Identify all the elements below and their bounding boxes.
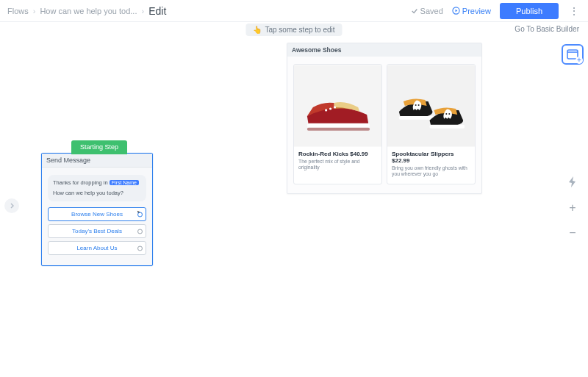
bubble-text-prefix: Thanks for dropping in bbox=[53, 179, 110, 186]
product-title: Rockin-Red Kicks $40.99 bbox=[298, 151, 377, 157]
top-bar: Flows › How can we help you tod... › Edi… bbox=[0, 0, 588, 22]
svg-point-8 bbox=[334, 106, 336, 108]
preview-button[interactable]: Preview bbox=[452, 7, 491, 15]
product-carousel-node[interactable]: Awesome Shoes bbox=[287, 43, 482, 194]
breadcrumb-root[interactable]: Flows bbox=[7, 7, 29, 15]
zoom-in-button[interactable]: + bbox=[569, 201, 576, 215]
ghost-slipper-icon bbox=[387, 65, 475, 147]
zoom-out-button[interactable]: − bbox=[569, 226, 576, 240]
svg-point-15 bbox=[448, 113, 450, 115]
add-step-button[interactable]: + bbox=[562, 44, 584, 65]
svg-rect-9 bbox=[387, 65, 475, 146]
connector-dot-icon[interactable] bbox=[137, 229, 143, 234]
chevron-right-icon: › bbox=[141, 7, 144, 15]
breadcrumb: Flows › How can we help you tod... › Edi… bbox=[7, 5, 166, 17]
svg-point-11 bbox=[415, 104, 417, 106]
preview-icon bbox=[452, 7, 460, 15]
chevron-right-icon: › bbox=[33, 7, 36, 15]
option-learn-about-us[interactable]: Learn About Us bbox=[48, 241, 146, 255]
node-header: Send Message bbox=[42, 154, 152, 168]
product-meta: Spooktacular Slippers $22.99 Bring you o… bbox=[387, 147, 475, 184]
svg-rect-10 bbox=[399, 116, 434, 120]
svg-rect-13 bbox=[430, 125, 465, 129]
pointing-hand-icon: 👆 bbox=[253, 26, 262, 34]
saved-status: Saved bbox=[411, 7, 443, 15]
hint-text: Tap some step to edit bbox=[265, 26, 334, 34]
saved-label: Saved bbox=[420, 7, 443, 15]
product-node-header: Awesome Shoes bbox=[287, 43, 481, 57]
option-browse-new-shoes[interactable]: Browse New Shoes bbox=[48, 207, 146, 221]
option-todays-best-deals[interactable]: Today's Best Deals bbox=[48, 224, 146, 238]
product-node-body: Rockin-Red Kicks $40.99 The perfect mix … bbox=[287, 57, 481, 193]
topbar-actions: Saved Preview Publish ⋮ bbox=[411, 3, 581, 19]
flow-canvas[interactable]: + + − Starting Step Send Message Thanks … bbox=[0, 38, 588, 377]
plus-badge-icon: + bbox=[576, 57, 583, 64]
breadcrumb-flow[interactable]: How can we help you tod... bbox=[40, 7, 137, 15]
product-desc: The perfect mix of style and originality bbox=[298, 159, 377, 171]
connector-dot-icon[interactable] bbox=[137, 212, 143, 217]
more-menu-icon[interactable]: ⋮ bbox=[567, 5, 581, 17]
basic-builder-link[interactable]: Go To Basic Builder bbox=[514, 25, 579, 33]
product-image bbox=[294, 65, 381, 147]
product-meta: Rockin-Red Kicks $40.99 The perfect mix … bbox=[294, 147, 381, 177]
hint-row: 👆 Tap some step to edit Go To Basic Buil… bbox=[0, 22, 588, 38]
canvas-left-handle[interactable] bbox=[4, 198, 19, 213]
product-title: Spooktacular Slippers $22.99 bbox=[392, 151, 470, 164]
svg-rect-4 bbox=[307, 123, 370, 128]
publish-button[interactable]: Publish bbox=[500, 3, 559, 19]
option-label: Today's Best Deals bbox=[72, 228, 122, 234]
breadcrumb-current: Edit bbox=[148, 5, 166, 17]
product-card[interactable]: Rockin-Red Kicks $40.99 The perfect mix … bbox=[293, 64, 382, 184]
preview-label: Preview bbox=[462, 7, 491, 15]
chevron-right-icon bbox=[9, 203, 15, 209]
svg-point-6 bbox=[325, 109, 327, 111]
starting-step-badge: Starting Step bbox=[71, 140, 127, 154]
svg-point-12 bbox=[418, 104, 420, 106]
svg-point-14 bbox=[445, 113, 447, 115]
svg-point-7 bbox=[329, 107, 331, 109]
canvas-right-rail: + + − bbox=[562, 44, 584, 240]
run-icon[interactable] bbox=[568, 176, 578, 190]
product-image bbox=[387, 65, 475, 147]
product-card[interactable]: Spooktacular Slippers $22.99 Bring you o… bbox=[387, 64, 476, 184]
message-bubble: Thanks for dropping in First Name How ca… bbox=[48, 175, 146, 201]
svg-rect-5 bbox=[307, 128, 370, 131]
connector-dot-icon[interactable] bbox=[137, 245, 143, 251]
product-desc: Bring you own friendly ghosts with you w… bbox=[392, 165, 470, 178]
hint-pill: 👆 Tap some step to edit bbox=[245, 24, 342, 36]
option-label: Browse New Shoes bbox=[71, 211, 123, 218]
red-sneaker-icon bbox=[294, 65, 381, 147]
node-body: Thanks for dropping in First Name How ca… bbox=[42, 168, 152, 265]
send-message-node[interactable]: Starting Step Send Message Thanks for dr… bbox=[41, 153, 153, 266]
first-name-token: First Name bbox=[110, 180, 139, 185]
option-label: Learn About Us bbox=[76, 245, 117, 251]
product-cards: Rockin-Red Kicks $40.99 The perfect mix … bbox=[293, 64, 476, 184]
check-icon bbox=[411, 7, 418, 15]
bubble-text-line2: How can we help you today? bbox=[53, 190, 123, 196]
